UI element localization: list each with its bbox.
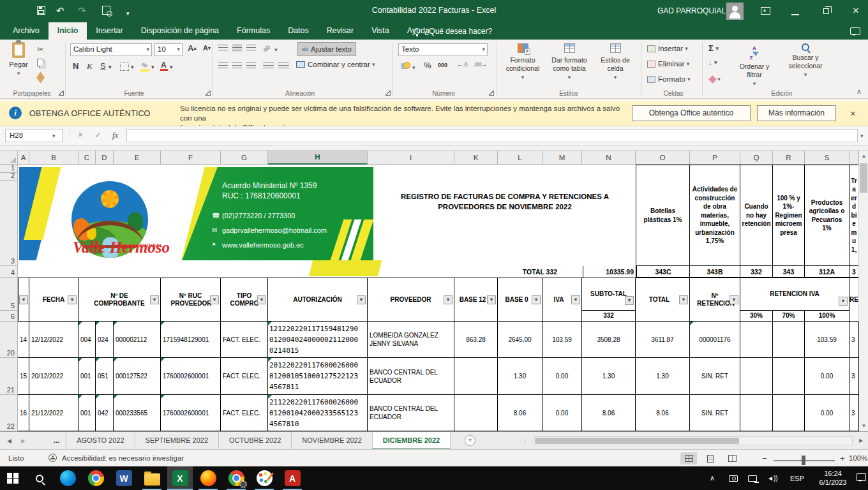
column-header-F[interactable]: F [161,151,221,165]
license-close-icon[interactable]: × [850,108,856,119]
font-color-icon[interactable]: A [161,61,167,70]
cell-F20[interactable]: 1715948129001 [161,322,221,358]
filter-icon[interactable]: ▾ [257,295,266,304]
taskbar-firefox[interactable] [195,466,221,490]
cell-I21[interactable]: BANCO CENTRAL DEL ECUADOR [368,358,454,395]
row-header-21[interactable]: 21 [0,358,18,395]
cell-S21[interactable]: 0.00 [805,358,849,395]
ribbon-display-options-icon[interactable] [761,7,770,15]
redo-icon[interactable]: ↷ [78,5,86,17]
column-header-E[interactable]: E [114,151,161,165]
save-icon[interactable] [37,6,45,15]
cell-N20[interactable]: 3508.28 [582,322,636,358]
align-right-icon[interactable] [246,63,256,70]
header-ruc[interactable]: Nº RUC PROVEEDOR▾ [161,278,221,322]
column-header-H[interactable]: H [268,151,368,165]
tray-network-icon[interactable] [748,466,757,490]
clear-button[interactable]: ▾ [710,75,721,83]
cell-L20[interactable]: 2645.00 [498,322,542,358]
column-header-D[interactable]: D [96,151,114,165]
enter-icon[interactable]: ✓ [94,130,101,140]
column-header-G[interactable]: G [221,151,268,165]
cell-L22[interactable]: 8.06 [498,395,542,431]
increase-indent-icon[interactable] [278,63,289,70]
taskbar-explorer[interactable] [139,466,165,490]
cell-Q21[interactable] [740,358,773,395]
cell-F21[interactable]: 1760002600001 [161,358,221,395]
filter-icon[interactable]: ▾ [625,296,634,305]
filter-icon[interactable]: ▾ [68,295,77,304]
expand-formula-bar-icon[interactable]: ▾ [860,133,864,139]
ribbon-tab-archivo[interactable]: Archivo [4,22,49,40]
align-center-icon[interactable] [232,63,242,70]
cell-N4-total-value[interactable]: 10335.99 [583,266,634,278]
tell-me-search[interactable]: ¿Qué desea hacer? [414,25,492,38]
cell-K22[interactable] [454,395,498,431]
cell-S20[interactable]: 103.59 [805,322,849,358]
more-info-button[interactable]: Más información [757,105,836,121]
cell-H22[interactable]: 2112202201176000260000120010420002335651… [268,395,368,431]
percent-style-button[interactable]: % [424,61,431,70]
cell-A22[interactable]: 16 [18,395,29,431]
format-cells-button[interactable]: Formato ▾ [647,75,691,83]
decrease-decimal-icon[interactable]: .00→ [474,61,488,68]
zoom-level[interactable]: 100% [849,454,867,462]
cell-P22[interactable]: SIN. RET [690,395,740,431]
column-header-N[interactable]: N [582,151,636,165]
cell-F22[interactable]: 1760002600001 [161,395,221,431]
scroll-down-icon[interactable]: ▼ [859,420,868,431]
cell-P21[interactable]: SIN. RET [690,358,740,395]
shrink-font-icon[interactable]: A▾ [203,44,211,52]
wrap-text-button[interactable]: abAjustar texto [297,42,356,56]
cell-R22[interactable] [773,395,805,431]
column-header-L[interactable]: L [498,151,542,165]
filter-icon[interactable]: ▾ [487,295,496,304]
header-T-clip[interactable]: RE [849,278,859,322]
row-header-2[interactable]: 2 [0,173,18,181]
cell-D22[interactable]: 042 [96,395,114,431]
header-subtotal[interactable]: SUBTO-TAL▾ [582,278,636,311]
filter-icon[interactable]: ▾ [730,295,738,304]
column-header-Q[interactable]: Q [740,151,773,165]
insert-function-icon[interactable]: fx [112,130,118,140]
tray-clock[interactable]: 16:24 6/1/2023 [812,469,854,487]
borders-icon[interactable] [120,63,129,71]
cell-K21[interactable] [454,358,498,395]
new-sheet-icon[interactable]: + [465,435,475,446]
cell-Q4[interactable]: 332 [740,266,773,278]
filter-icon[interactable]: ▾ [444,295,453,304]
column-header-B[interactable]: B [29,151,79,165]
cell-O3[interactable]: Botellas plásticas 1% [636,165,690,266]
cell-R4[interactable]: 343 [773,266,805,278]
filter-icon[interactable]: ▾ [357,295,366,304]
cell-N21[interactable]: 1.30 [582,358,636,395]
grow-font-icon[interactable]: A▴ [188,43,196,53]
header-base12[interactable]: BASE 12▾ [454,278,498,322]
cell-Q22[interactable] [740,395,773,431]
number-format-select[interactable]: Texto▾ [398,43,488,56]
start-button[interactable] [0,466,26,490]
cut-icon[interactable]: ✂ [37,45,44,54]
ribbon-tab-revisar[interactable]: Revisar [318,22,363,40]
header-base0[interactable]: BASE 0▾ [498,278,542,322]
sheet-tab-noviembre-2022[interactable]: NOVIEMBRE 2022 [292,432,373,450]
underline-caret-icon[interactable]: ▾ [108,64,112,70]
cell-Q20[interactable] [740,322,773,358]
tray-show-hidden-icon[interactable]: ∧ [710,466,715,490]
scroll-right-icon[interactable]: ▶ [857,436,865,445]
cell-R21[interactable] [773,358,805,395]
name-box-caret-icon[interactable]: ▾ [52,133,56,139]
font-size-select[interactable]: 10▾ [154,43,183,56]
fill-caret-icon[interactable]: ▾ [151,64,154,70]
cell-I20[interactable]: LOMBEIDA GONZALEZ JENNY SILVANA [368,322,454,358]
row-header-20[interactable]: 20 [0,322,18,358]
column-header-O[interactable]: O [636,151,690,165]
ribbon-tab-inicio[interactable]: Inicio [49,22,87,40]
cell-B21[interactable]: 20/12/2022 [29,358,79,395]
restore-icon[interactable] [823,8,829,14]
tray-language[interactable]: ESP [790,466,804,490]
header-comprobante[interactable]: Nº DE COMPROBANTE▾ [79,278,161,322]
ribbon-tab-f-rmulas[interactable]: Fórmulas [228,22,279,40]
cell-G20[interactable]: FACT. ELEC. [221,322,268,358]
column-header-K[interactable]: K [454,151,498,165]
